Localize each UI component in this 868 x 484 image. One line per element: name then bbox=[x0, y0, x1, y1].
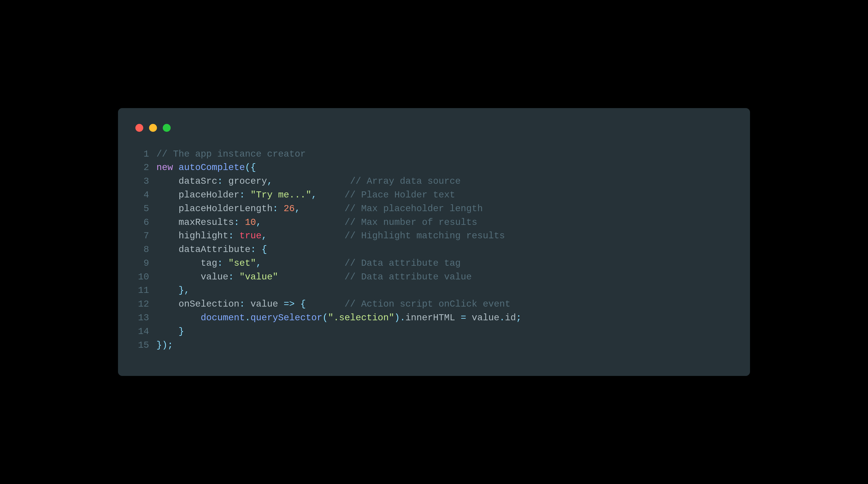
line-source: placeHolder: "Try me...", // Place Holde… bbox=[156, 189, 734, 202]
code-line: 5 placeHolderLength: 26, // Max placehol… bbox=[134, 202, 734, 216]
token: // The app instance creator bbox=[156, 149, 306, 160]
line-number: 3 bbox=[134, 175, 156, 189]
line-source: placeHolderLength: 26, // Max placeholde… bbox=[156, 202, 734, 216]
line-number: 13 bbox=[134, 311, 156, 325]
token: }, bbox=[179, 285, 190, 296]
token: 26 bbox=[284, 203, 295, 214]
token bbox=[256, 245, 261, 255]
token bbox=[278, 272, 344, 282]
token: value bbox=[201, 272, 228, 282]
line-source: new autoComplete({ bbox=[156, 161, 734, 175]
close-icon[interactable] bbox=[135, 124, 143, 132]
token: value bbox=[466, 313, 499, 323]
code-line: 14 } bbox=[134, 325, 734, 339]
code-line: 2new autoComplete({ bbox=[134, 161, 734, 175]
line-number: 8 bbox=[134, 243, 156, 257]
minimize-icon[interactable] bbox=[149, 124, 157, 132]
token bbox=[156, 176, 179, 187]
line-number: 5 bbox=[134, 202, 156, 216]
line-number: 15 bbox=[134, 339, 156, 352]
line-number: 9 bbox=[134, 257, 156, 271]
token: ".selection" bbox=[328, 313, 394, 323]
line-number: 10 bbox=[134, 271, 156, 284]
token: : bbox=[228, 231, 234, 241]
token: ({ bbox=[245, 162, 256, 173]
token bbox=[245, 190, 250, 200]
line-source: // The app instance creator bbox=[156, 148, 734, 161]
token: innerHTML bbox=[405, 313, 455, 323]
code-line: 8 dataAttribute: { bbox=[134, 243, 734, 257]
line-source: } bbox=[156, 325, 734, 339]
token: => bbox=[284, 299, 295, 310]
token: , bbox=[256, 217, 261, 228]
token bbox=[156, 203, 179, 214]
code-line: 7 highlight: true, // Highlight matching… bbox=[134, 229, 734, 243]
token: querySelector bbox=[250, 313, 322, 323]
line-source: highlight: true, // Highlight matching r… bbox=[156, 229, 734, 243]
line-number: 6 bbox=[134, 216, 156, 230]
token bbox=[239, 217, 245, 228]
line-source: }, bbox=[156, 284, 734, 297]
code-line: 13 document.querySelector(".selection").… bbox=[134, 311, 734, 325]
token: : bbox=[228, 272, 234, 282]
code-line: 15}); bbox=[134, 339, 734, 352]
code-line: 10 value: "value" // Data attribute valu… bbox=[134, 271, 734, 284]
token bbox=[156, 285, 179, 296]
token: placeHolderLength bbox=[179, 203, 273, 214]
code-line: 12 onSelection: value => { // Action scr… bbox=[134, 297, 734, 311]
code-window: 1// The app instance creator2new autoCom… bbox=[118, 108, 750, 376]
token bbox=[223, 258, 228, 268]
zoom-icon[interactable] bbox=[163, 124, 170, 132]
token: "Try me..." bbox=[250, 190, 311, 200]
token: { bbox=[261, 245, 267, 255]
token: ; bbox=[516, 313, 521, 323]
token: } bbox=[179, 326, 184, 337]
token bbox=[156, 272, 201, 282]
token bbox=[234, 231, 239, 241]
code-line: 11 }, bbox=[134, 284, 734, 297]
token: highlight bbox=[179, 231, 228, 241]
token: : bbox=[250, 245, 256, 255]
token: , bbox=[261, 231, 267, 241]
token bbox=[156, 190, 179, 200]
token: // Data attribute value bbox=[344, 272, 472, 282]
code-line: 3 dataSrc: grocery, // Array data source bbox=[134, 175, 734, 189]
token: , bbox=[295, 203, 300, 214]
token: "value" bbox=[239, 272, 278, 282]
line-number: 7 bbox=[134, 229, 156, 243]
token bbox=[295, 299, 300, 310]
line-source: maxResults: 10, // Max number of results bbox=[156, 216, 734, 230]
token: maxResults bbox=[179, 217, 234, 228]
code-line: 4 placeHolder: "Try me...", // Place Hol… bbox=[134, 189, 734, 202]
token: id bbox=[505, 313, 516, 323]
token: grocery bbox=[223, 176, 267, 187]
token bbox=[267, 231, 344, 241]
token: : bbox=[239, 299, 245, 310]
token bbox=[455, 313, 461, 323]
token bbox=[173, 162, 179, 173]
token bbox=[234, 272, 239, 282]
token: // Highlight matching results bbox=[344, 231, 505, 241]
token: "set" bbox=[228, 258, 256, 268]
line-number: 11 bbox=[134, 284, 156, 297]
token: dataSrc bbox=[179, 176, 217, 187]
line-number: 2 bbox=[134, 161, 156, 175]
token: : bbox=[234, 217, 239, 228]
token bbox=[156, 299, 179, 310]
token bbox=[306, 299, 344, 310]
token bbox=[261, 258, 344, 268]
token bbox=[273, 176, 350, 187]
token: : bbox=[217, 176, 223, 187]
line-source: tag: "set", // Data attribute tag bbox=[156, 257, 734, 271]
token: placeHolder bbox=[179, 190, 239, 200]
token bbox=[156, 217, 179, 228]
token: tag bbox=[201, 258, 217, 268]
line-source: dataAttribute: { bbox=[156, 243, 734, 257]
token: document bbox=[201, 313, 245, 323]
token: dataAttribute bbox=[179, 245, 250, 255]
line-number: 4 bbox=[134, 189, 156, 202]
line-number: 1 bbox=[134, 148, 156, 161]
line-number: 14 bbox=[134, 325, 156, 339]
token bbox=[156, 313, 201, 323]
token: : bbox=[239, 190, 245, 200]
